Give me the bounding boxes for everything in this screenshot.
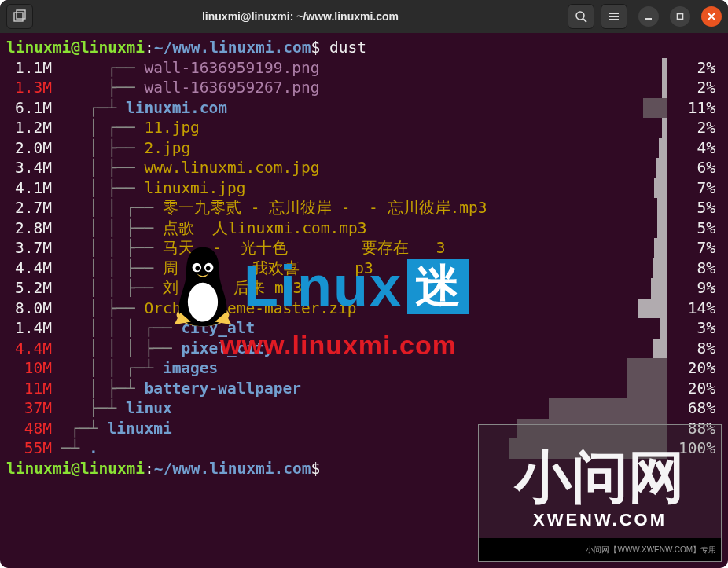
- bar-cell: [509, 78, 667, 98]
- file-name: battery-wallpaper: [144, 379, 301, 398]
- tree-branch: │ │ ├──: [61, 258, 163, 279]
- watermark-corner-small: XWENW.COM: [533, 510, 667, 530]
- tree-branch: │ │ ┌─┴: [61, 358, 163, 379]
- percent-value: 5%: [667, 218, 715, 239]
- percent-value: 14%: [667, 299, 715, 319]
- percent-value: 2%: [667, 78, 715, 98]
- percent-value: 7%: [667, 238, 715, 258]
- usage-bar: [657, 218, 667, 239]
- usage-bar: [657, 198, 667, 218]
- size-value: 2.7M: [6, 198, 52, 218]
- file-name: .: [89, 439, 98, 457]
- percent-value: 2%: [667, 58, 715, 79]
- percent-value: 3%: [667, 318, 715, 339]
- size-value: 8.0M: [6, 299, 52, 319]
- percent-value: 100%: [667, 438, 715, 459]
- prompt-line-2: linuxmi@linuxmi:~/www.linuxmi.com$: [6, 459, 722, 479]
- prompt-sep: :: [145, 38, 154, 58]
- minimize-button[interactable]: [638, 6, 659, 27]
- size-value: 37M: [6, 398, 52, 419]
- dust-row: 5.2M │ │ ├── 刘 后来 mp39%: [6, 278, 722, 299]
- maximize-icon: [675, 12, 685, 21]
- dust-row: 4.4M │ │ ├── 周 我欢喜 p38%: [6, 258, 722, 279]
- tree-branch: │ ├─┴: [61, 379, 145, 399]
- usage-bar: [662, 118, 667, 138]
- size-value: 2.8M: [6, 218, 52, 239]
- menu-button[interactable]: [601, 4, 627, 29]
- typed-command: dust: [329, 38, 366, 58]
- tree-branch: │ │ ├──: [61, 218, 163, 239]
- percent-value: 9%: [667, 278, 715, 299]
- prompt-sep: :: [145, 459, 154, 479]
- maximize-button[interactable]: [670, 6, 690, 27]
- tree-branch: │ │ ┌──: [61, 198, 163, 218]
- new-tab-button[interactable]: [6, 4, 33, 29]
- size-value: 1.3M: [6, 78, 52, 98]
- bar-cell: [509, 398, 667, 419]
- dust-row: 48M ┌─┴ linuxmi88%: [6, 419, 722, 439]
- dust-row: 4.4M │ │ │ ├── pixel_city8%: [6, 339, 722, 359]
- tree-branch: ├─┴: [61, 398, 126, 419]
- dust-row: 2.7M │ │ ┌── 零一九零贰 - 忘川彼岸 - - 忘川彼岸.mp35%: [6, 198, 722, 218]
- tree-branch: ├──: [61, 78, 145, 98]
- dust-row: 4.1M │ ├── linuxmi.jpg7%: [6, 178, 722, 199]
- size-value: 1.4M: [6, 318, 52, 339]
- size-value: 4.4M: [6, 258, 52, 279]
- tree-branch: │ │ ├──: [61, 238, 163, 258]
- close-button[interactable]: [701, 6, 722, 27]
- dust-row: 1.1M ┌── wall-1636959199.png2%: [6, 58, 722, 79]
- bar-cell: [509, 98, 667, 119]
- usage-bar: [662, 58, 667, 79]
- file-name: linuxmi.jpg: [144, 179, 245, 197]
- size-value: 1.1M: [6, 58, 52, 79]
- svg-line-3: [583, 19, 586, 22]
- dust-output: 1.1M ┌── wall-1636959199.png2%1.3M ├── w…: [6, 58, 722, 459]
- tree-branch: │ ├──: [61, 158, 145, 178]
- bar-cell: [509, 299, 667, 319]
- bar-cell: [509, 238, 667, 258]
- file-name: 点歌 人linuxmi.com.mp3: [163, 219, 367, 237]
- usage-bar: [656, 158, 667, 178]
- file-name: linux: [126, 399, 172, 417]
- bar-cell: [509, 419, 667, 439]
- percent-value: 20%: [667, 358, 715, 379]
- prompt-path: ~/www.linuxmi.com: [154, 459, 311, 479]
- percent-value: 11%: [667, 98, 715, 119]
- percent-value: 7%: [667, 178, 715, 199]
- usage-bar: [638, 299, 667, 319]
- svg-point-2: [576, 12, 584, 20]
- tree-branch: │ ├──: [61, 138, 145, 159]
- dust-row: 2.0M │ ├── 2.jpg4%: [6, 138, 722, 159]
- bar-cell: [509, 198, 667, 218]
- file-name: www.linuxmi.com.jpg: [144, 159, 319, 177]
- usage-bar: [651, 278, 667, 299]
- terminal-body[interactable]: linuxmi@linuxmi:~/www.linuxmi.com$ dust …: [0, 33, 728, 568]
- close-icon: [707, 12, 716, 21]
- usage-bar: [654, 238, 667, 258]
- percent-value: 8%: [667, 258, 715, 279]
- file-name: pixel_city: [181, 339, 273, 357]
- dust-row: 1.4M │ │ │ ┌── city_alt3%: [6, 318, 722, 339]
- titlebar: linuxmi@linuxmi: ~/www.linuxmi.com: [0, 0, 728, 33]
- dust-row: 1.3M ├── wall-1636959267.png2%: [6, 78, 722, 98]
- usage-bar: [549, 398, 667, 419]
- bar-cell: [509, 318, 667, 339]
- file-name: Orchis-theme-master.zip: [144, 299, 356, 317]
- minimize-icon: [644, 12, 653, 21]
- search-button[interactable]: [568, 4, 594, 29]
- file-name: 刘 后来 mp3: [163, 279, 302, 297]
- file-name: city_alt: [181, 319, 255, 337]
- svg-rect-1: [17, 10, 25, 19]
- file-name: 零一九零贰 - 忘川彼岸 - - 忘川彼岸.mp3: [163, 199, 487, 217]
- watermark-corner-strip: 小问网【WWW.XWENW.COM】专用: [479, 538, 721, 562]
- tree-branch: ┌──: [61, 58, 145, 79]
- terminal-window: linuxmi@linuxmi: ~/www.linuxmi.com linux…: [0, 0, 728, 568]
- hamburger-icon: [608, 10, 620, 23]
- bar-cell: [509, 138, 667, 159]
- dust-row: 8.0M │ ├── Orchis-theme-master.zip14%: [6, 299, 722, 319]
- size-value: 10M: [6, 358, 52, 379]
- bar-cell: [509, 218, 667, 239]
- percent-value: 5%: [667, 198, 715, 218]
- bar-cell: [509, 438, 667, 459]
- file-name: wall-1636959267.png: [144, 79, 319, 97]
